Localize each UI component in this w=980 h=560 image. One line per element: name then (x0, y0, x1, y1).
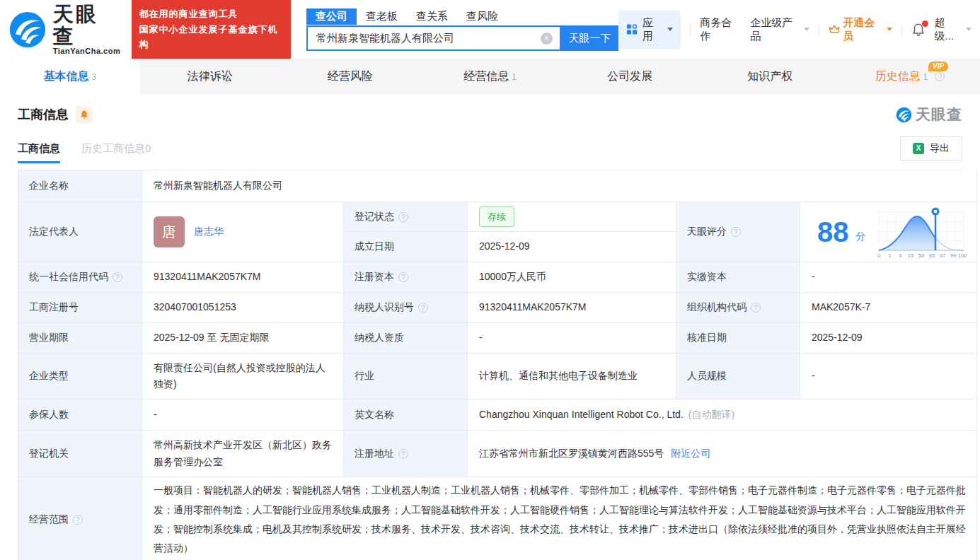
label-org-code: 组织机构代码 ? (676, 293, 800, 323)
svg-text:99: 99 (950, 252, 955, 259)
tab-history-info[interactable]: 历史信息 1 ? VIP (840, 59, 980, 94)
clear-search-icon[interactable]: × (541, 33, 553, 45)
label-staff-size: 人员规模 (676, 354, 800, 399)
top-header: 天眼查 TianYanCha.com 都在用的商业查询工具 国家中小企业发展子基… (0, 0, 980, 59)
help-icon[interactable]: ? (398, 272, 408, 282)
subscribe-bell-button[interactable] (76, 106, 93, 123)
watermark-text: 天眼查 (916, 105, 962, 124)
auto-translate-note: (自动翻译) (688, 407, 734, 423)
value-registration-authority: 常州高新技术产业开发区（新北区）政务服务管理办公室 (142, 431, 344, 477)
value-paid-capital: - (800, 262, 977, 293)
svg-text:50: 50 (918, 252, 923, 259)
svg-text:1: 1 (887, 252, 890, 259)
menu-business-cooperation[interactable]: 商务合作 (700, 16, 741, 43)
search-button[interactable]: 天眼一下 (561, 25, 618, 51)
value-registered-capital: 10000万人民币 (468, 262, 676, 293)
score-unit: 分 (856, 228, 866, 245)
business-info-table: 企业名称 常州新泉智能机器人有限公司 法定代表人 唐 唐志华 登记状态 ? 存续… (18, 170, 962, 560)
divider (901, 24, 902, 35)
chevron-down-icon (804, 28, 809, 34)
label-company-type: 企业类型 (18, 354, 142, 399)
watermark: 天眼查 (896, 105, 962, 124)
apps-grid-icon (626, 23, 638, 35)
menu-enterprise-product[interactable]: 企业级产品 (750, 16, 809, 43)
chevron-down-icon (667, 28, 673, 34)
apps-label: 应用 (642, 16, 662, 43)
help-icon[interactable]: ? (73, 515, 83, 525)
value-industry: 计算机、通信和其他电子设备制造业 (468, 354, 676, 399)
help-icon[interactable]: ? (113, 272, 122, 282)
tab-operating-info[interactable]: 经营信息 1 (420, 59, 560, 94)
label-registered-address: 注册地址 ? (344, 431, 468, 477)
tab-operating-risk[interactable]: 经营风险 (280, 59, 420, 94)
label-tianyan-score: 天眼评分 ? (676, 202, 800, 262)
menu-super-account[interactable]: 超级... (935, 16, 972, 43)
divider (690, 24, 691, 35)
search-input-box: × (306, 25, 561, 51)
help-icon[interactable]: ? (398, 212, 408, 222)
value-org-code: MAK2057K-7 (800, 293, 977, 323)
export-button[interactable]: X 导出 (900, 136, 962, 161)
tab-count: 3 (92, 72, 97, 82)
value-insured-count: - (142, 399, 344, 431)
divider (819, 24, 819, 35)
nearby-companies-link[interactable]: 附近公司 (671, 445, 710, 462)
value-uscc: 91320411MAK2057K7M (142, 262, 344, 293)
tab-company-development[interactable]: 公司发展 (560, 59, 700, 94)
tab-count: 1 (923, 72, 928, 82)
label-english-name: 英文名称 (344, 399, 468, 431)
tianyancha-logo-icon (8, 11, 47, 49)
chevron-down-icon (966, 28, 972, 34)
search-tab-relation[interactable]: 查关系 (407, 8, 457, 25)
label-approval-date: 核准日期 (676, 323, 800, 354)
svg-text:15: 15 (907, 252, 913, 259)
value-company-name: 常州新泉智能机器人有限公司 (142, 170, 977, 202)
content: 工商信息 天眼查 工商信息 历史工商信息0 X 导出 企业名称 常州新泉 (0, 94, 980, 560)
value-approval-date: 2025-12-09 (800, 323, 977, 354)
value-legal-representative: 唐 唐志华 (142, 202, 344, 262)
label-company-name: 企业名称 (18, 170, 142, 202)
help-icon[interactable]: ? (751, 303, 761, 313)
label-registered-capital: 注册资本 ? (344, 262, 468, 293)
subtab-business-info[interactable]: 工商信息 (18, 142, 60, 156)
svg-text:3: 3 (898, 252, 901, 259)
tab-basic-info[interactable]: 基本信息 3 (0, 59, 140, 94)
subtab-history-business-info[interactable]: 历史工商信息0 (81, 142, 151, 156)
label-establish-date: 成立日期 (344, 232, 468, 262)
tab-intellectual-property[interactable]: 知识产权 (700, 59, 840, 94)
search-tab-risk[interactable]: 查风险 (457, 8, 507, 25)
value-taxpayer-id: 91320411MAK2057K7M (468, 293, 676, 323)
brand-domain: TianYanCha.com (53, 47, 121, 55)
company-nav-tabs: 基本信息 3 法律诉讼 经营风险 经营信息 1 公司发展 知识产权 历史信息 1… (0, 59, 980, 94)
search-type-tabs: 查公司 查老板 查关系 查风险 (306, 8, 618, 25)
vip-badge: VIP (928, 62, 948, 71)
section-title: 工商信息 (18, 106, 69, 123)
help-icon[interactable]: ? (935, 71, 945, 81)
help-icon[interactable]: ? (398, 449, 408, 459)
brand-slogan-badge: 都在用的商业查询工具 国家中小企业发展子基金旗下机构 (132, 0, 290, 58)
help-icon[interactable]: ? (731, 227, 741, 237)
svg-text:100: 100 (957, 252, 966, 259)
value-registered-address: 江苏省常州市新北区罗溪镇黄河西路555号 附近公司 (468, 431, 977, 477)
label-insured-count: 参保人数 (18, 399, 142, 431)
svg-text:85: 85 (928, 252, 934, 259)
label-taxpayer-id: 纳税人识别号 ? (344, 293, 468, 323)
legal-rep-name-link[interactable]: 唐志华 (194, 223, 224, 240)
tianyancha-watermark-icon (896, 107, 912, 123)
search-tab-company[interactable]: 查公司 (306, 8, 357, 25)
menu-open-vip[interactable]: 开通会员 (829, 16, 892, 43)
search-input[interactable] (316, 33, 541, 45)
legal-rep-avatar[interactable]: 唐 (154, 216, 185, 247)
tab-legal-litigation[interactable]: 法律诉讼 (140, 59, 280, 94)
score-number: 88 (817, 218, 849, 246)
excel-icon: X (913, 143, 924, 154)
value-company-type: 有限责任公司(自然人投资或控股的法人独资) (142, 354, 344, 399)
apps-menu[interactable]: 应用 (618, 11, 681, 49)
tianyancha-logo[interactable]: 天眼查 TianYanCha.com (8, 4, 120, 55)
search-tab-boss[interactable]: 查老板 (357, 8, 407, 25)
label-taxpayer-quality: 纳税人资质 (344, 323, 468, 354)
value-business-scope: 一般项目：智能机器人的研发；智能机器人销售；工业机器人制造；工业机器人销售；机械… (142, 477, 977, 560)
help-icon[interactable]: ? (418, 303, 428, 313)
notification-bell[interactable] (911, 23, 926, 37)
crown-icon (829, 24, 840, 35)
